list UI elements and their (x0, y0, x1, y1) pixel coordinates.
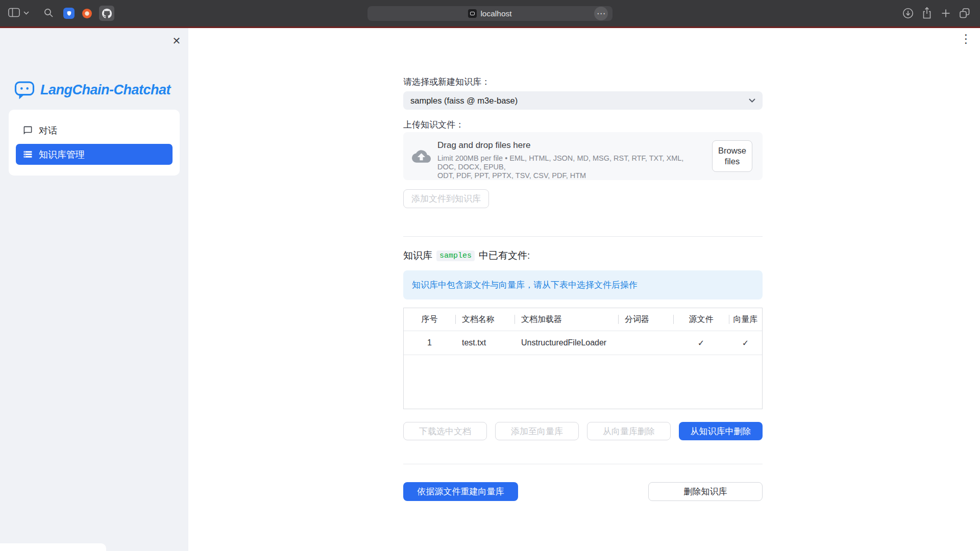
col-header-index[interactable]: 序号 (404, 308, 455, 331)
table-row[interactable]: 1 test.txt UnstructuredFileLoader ✓ ✓ (404, 331, 762, 355)
dropzone-text: Drag and drop files here Limit 200MB per… (437, 140, 703, 180)
download-selected-button[interactable]: 下载选中文档 (403, 422, 487, 440)
cloud-upload-icon (412, 147, 431, 166)
knowledge-base-icon (23, 149, 33, 159)
kb-files-heading: 知识库 samples 中已有文件: (403, 249, 530, 262)
rebuild-vector-store-button[interactable]: 依据源文件重建向量库 (403, 482, 518, 501)
streamlit-decoration-bar (0, 27, 980, 28)
sidebar-item-label: 对话 (39, 124, 57, 137)
kebab-icon: ⋮ (960, 32, 972, 45)
sidebar-toggle-icon (8, 8, 20, 17)
kb-select[interactable]: samples (faiss @ m3e-base) (403, 91, 763, 110)
tabs-icon (959, 8, 970, 19)
page: ✕ LangChain-Chatchat 对话 知识库 (0, 28, 980, 551)
chevron-down-icon (749, 98, 755, 103)
file-actions: 下载选中文档 添加至向量库 从向量库删除 从知识库中删除 (403, 422, 763, 440)
col-header-splitter[interactable]: 分词器 (618, 308, 673, 331)
add-to-vector-button[interactable]: 添加至向量库 (495, 422, 579, 440)
github-extension-icon[interactable] (99, 6, 114, 21)
sidebar: ✕ LangChain-Chatchat 对话 知识库 (0, 28, 188, 551)
col-header-name[interactable]: 文档名称 (455, 308, 514, 331)
kb-select-value: samples (faiss @ m3e-base) (410, 96, 749, 106)
downloads-button[interactable] (902, 8, 914, 19)
dropzone-title: Drag and drop files here (437, 140, 703, 151)
delete-from-kb-button[interactable]: 从知识库中删除 (679, 422, 763, 440)
search-button[interactable] (43, 8, 54, 18)
main-content: ⋮ 请选择或新建知识库： samples (faiss @ m3e-base) … (188, 28, 980, 551)
table-header-row: 序号 文档名称 文档加载器 分词器 源文件 向量库 (404, 308, 762, 331)
search-icon (43, 8, 54, 18)
sidebar-toggle-button[interactable] (8, 8, 20, 17)
close-icon: ✕ (173, 35, 181, 46)
dropzone-limit: Limit 200MB per file • EML, HTML, JSON, … (437, 154, 703, 180)
address-bar[interactable]: localhost (368, 6, 612, 21)
new-tab-button[interactable] (941, 9, 950, 18)
sidebar-item-chat[interactable]: 对话 (16, 120, 173, 141)
url-text: localhost (480, 9, 511, 18)
cell-vector-check: ✓ (729, 331, 762, 355)
status-bubble (0, 543, 106, 551)
cell-source-check: ✓ (673, 331, 729, 355)
divider (403, 464, 763, 464)
col-header-vector[interactable]: 向量库 (729, 308, 762, 331)
files-table: 序号 文档名称 文档加载器 分词器 源文件 向量库 1 test.txt Uns… (403, 308, 763, 409)
file-dropzone[interactable]: Drag and drop files here Limit 200MB per… (403, 132, 763, 180)
col-header-loader[interactable]: 文档加载器 (514, 308, 618, 331)
upload-label: 上传知识文件： (403, 119, 464, 131)
sidebar-item-label: 知识库管理 (39, 148, 85, 161)
ellipsis-icon: ⋯ (597, 9, 605, 18)
add-to-kb-button[interactable]: 添加文件到知识库 (403, 189, 489, 208)
remove-from-vector-button[interactable]: 从向量库删除 (587, 422, 671, 440)
info-banner: 知识库中包含源文件与向量库，请从下表中选择文件后操作 (403, 270, 763, 299)
chat-bubble-icon (23, 126, 33, 135)
app-menu-button[interactable]: ⋮ (960, 32, 972, 46)
cell-splitter (618, 331, 673, 355)
delete-kb-button[interactable]: 删除知识库 (648, 482, 763, 501)
kb-select-label: 请选择或新建知识库： (403, 76, 490, 88)
share-icon (921, 7, 933, 19)
kb-name-code: samples (436, 251, 475, 261)
cell-loader: UnstructuredFileLoader (514, 331, 618, 355)
sidebar-toggle-chevron[interactable] (23, 11, 29, 15)
logo-text: LangChain-Chatchat (40, 82, 170, 98)
plus-icon (941, 9, 950, 18)
extension-icon-blue-shield[interactable] (63, 8, 75, 19)
site-favicon (468, 9, 477, 18)
tab-overview-button[interactable] (959, 8, 970, 19)
app-logo: LangChain-Chatchat (14, 79, 170, 101)
browse-files-button[interactable]: Browse files (712, 140, 752, 172)
col-header-source[interactable]: 源文件 (673, 308, 729, 331)
logo-chat-icon (14, 79, 35, 101)
sidebar-item-kb-management[interactable]: 知识库管理 (16, 144, 173, 165)
divider (403, 236, 763, 237)
cell-index: 1 (404, 331, 455, 355)
extension-icon-orange-circle[interactable] (81, 8, 92, 19)
share-button[interactable] (921, 7, 933, 19)
sidebar-nav: 对话 知识库管理 (9, 110, 180, 176)
download-icon (902, 8, 914, 19)
cell-name: test.txt (455, 331, 514, 355)
close-sidebar-button[interactable]: ✕ (169, 34, 184, 48)
browser-toolbar: localhost ⋯ (0, 0, 980, 27)
extensions-menu-button[interactable]: ⋯ (594, 7, 608, 20)
chevron-down-icon (23, 11, 29, 15)
